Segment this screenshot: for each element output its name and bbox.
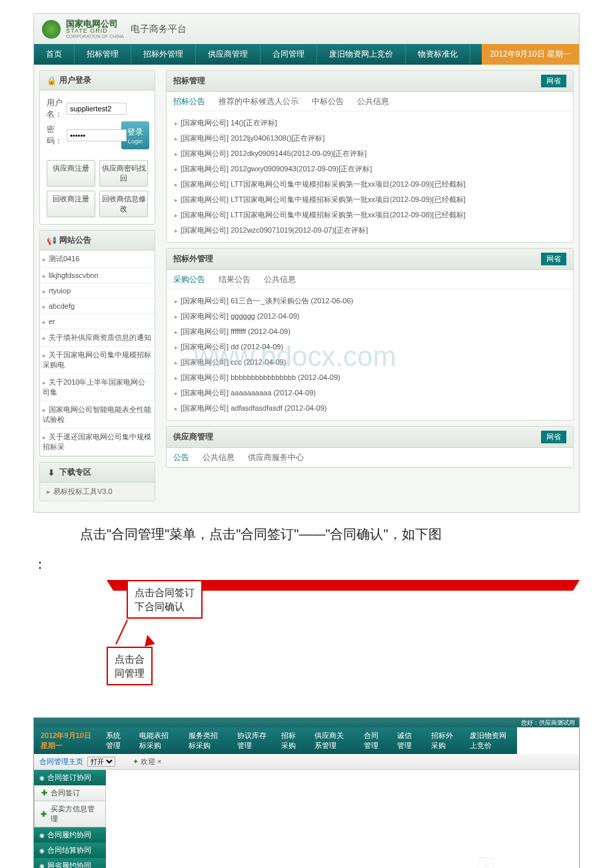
section3-tabs: 公告 公共信息 供应商服务中心 — [167, 448, 573, 467]
breadcrumb: 合同管理主页 打开 欢迎 × — [34, 754, 579, 770]
tree-category[interactable]: 合同结算协同 — [34, 843, 106, 858]
notice-item[interactable]: rtyuiop — [40, 283, 155, 299]
list-item[interactable]: [国家电网公司] 2012ljy04061308()[正在评标] — [173, 131, 566, 146]
section2-list: [国家电网公司] 61三合一_谈判采购公告 (2012-06-06)[国家电网公… — [167, 289, 573, 420]
menu-bid-mgmt[interactable]: 招标管理 — [75, 44, 131, 65]
section3-tag[interactable]: 网省 — [541, 431, 566, 443]
list-item[interactable]: [国家电网公司] 61三合一_谈判采购公告 (2012-06-06) — [173, 293, 566, 309]
notice-item[interactable]: 关于填补供应商资质信息的通知 — [40, 329, 155, 347]
top-menu: 首页 招标管理 招标外管理 供应商管理 合同管理 废旧物资网上竞价 物资标准化 … — [34, 44, 579, 65]
arrow-line — [115, 620, 128, 645]
list-item[interactable]: [国家电网公司] aaaaaaaaaa (2012-04-09) — [173, 385, 566, 401]
tab-public-info2[interactable]: 公共信息 — [264, 274, 296, 289]
supplier-pwretrieve-button[interactable]: 供应商密码找回 — [99, 160, 148, 187]
list-item[interactable]: [国家电网公司] LTT国家电网公司集中规模招标采购第一批xx项目(2012-0… — [173, 192, 566, 207]
list-item[interactable]: [国家电网公司] 2012wzc09071019(2012-09-07)[正在评… — [173, 223, 566, 238]
menu-system[interactable]: 系统管理 — [99, 727, 133, 754]
menu-service-bid[interactable]: 服务类招标采购 — [182, 727, 231, 754]
username-label: 用户名： — [47, 97, 67, 120]
list-item[interactable]: [国家电网公司] bbbbbbbbbbbbbbbb (2012-04-09) — [173, 370, 566, 385]
section2-tag[interactable]: 网省 — [541, 253, 566, 265]
menu-scrap-auction[interactable]: 废旧物资网上竞价 — [317, 44, 406, 65]
list-item[interactable]: [国家电网公司] LTT国家电网公司集中规模招标采购第一批xx项目(2012-0… — [173, 177, 566, 192]
menu-material-std[interactable]: 物资标准化 — [406, 44, 470, 65]
admin-app-window: 您好：供应商测试用 2012年9月10日 星期一 系统管理 电能表招标采购 服务… — [33, 717, 580, 868]
crumb-select[interactable]: 打开 — [87, 757, 115, 767]
tree-leaf[interactable]: ✚合同签订 — [34, 785, 106, 801]
menu-nonbid-purchase[interactable]: 招标外采购 — [424, 727, 463, 754]
tab-supplier-service[interactable]: 供应商服务中心 — [248, 452, 304, 467]
menu-credit[interactable]: 诚信管理 — [390, 727, 424, 754]
tree-category[interactable]: 合同履约协同 — [34, 827, 106, 843]
tab-award-notice[interactable]: 中标公告 — [312, 96, 344, 111]
notice-item[interactable]: er — [40, 314, 155, 329]
download-title: 下载专区 — [59, 467, 91, 478]
tab-bid-notice[interactable]: 招标公告 — [173, 96, 205, 111]
recycler-register-button[interactable]: 回收商注册 — [47, 191, 95, 217]
header: 国家电网公司 STATE GRID CORPORATION OF CHINA 电… — [34, 14, 579, 44]
notice-item[interactable]: 关于退还国家电网公司集中规模招标采 — [40, 429, 155, 456]
menu-contract-mgmt[interactable]: 合同管理 — [261, 44, 317, 65]
tree-category[interactable]: 合同签订协同 — [34, 770, 106, 785]
section1-tabs: 招标公告 推荐的中标候选人公示 中标公告 公共信息 — [167, 92, 573, 111]
notice-item[interactable]: abcdefg — [40, 299, 155, 314]
menu-supplier-rel[interactable]: 供应商关系管理 — [308, 727, 356, 754]
list-item[interactable]: [国家电网公司] dd (2012-04-09) — [173, 339, 566, 355]
pylon-icon — [439, 851, 539, 868]
list-item[interactable]: [国家电网公司] 2012dky09091445(2012-09-09)[正在评… — [173, 146, 566, 161]
tab-purchase-notice[interactable]: 采购公告 — [173, 274, 205, 289]
notice-item[interactable]: llkjhgfdsscvbnn — [40, 268, 155, 283]
notice-item[interactable]: 关于国家电网公司集中规模招标采购电 — [40, 347, 155, 374]
megaphone-icon: 📢 — [47, 236, 56, 245]
logo-icon — [42, 20, 61, 39]
tab-result-notice[interactable]: 结果公告 — [219, 274, 251, 289]
notice-item[interactable]: 国家电网公司智能电能表全性能试验检 — [40, 401, 155, 429]
menu-bid-purchase[interactable]: 招标采购 — [275, 727, 308, 754]
section2-tabs: 采购公告 结果公告 公共信息 — [167, 270, 573, 289]
admin-menu: 2012年9月10日 星期一 系统管理 电能表招标采购 服务类招标采购 协议库存… — [34, 727, 517, 754]
password-input[interactable] — [67, 129, 127, 141]
menu-nonbid-mgmt[interactable]: 招标外管理 — [131, 44, 196, 65]
list-item[interactable]: [国家电网公司] 2012gwxy09090943(2012-09-09)[正在… — [173, 161, 566, 177]
welcome-area: WELCOME 国家电网电子商务平 国家电网电子商务平台 — [106, 770, 579, 868]
supplier-register-button[interactable]: 供应商注册 — [47, 160, 95, 187]
tab-candidate-publicity[interactable]: 推荐的中标候选人公示 — [219, 96, 299, 111]
tab-notice[interactable]: 公告 — [173, 452, 189, 467]
section1-title: 招标管理 — [173, 75, 205, 87]
logo-text: 国家电网公司 STATE GRID CORPORATION OF CHINA — [66, 19, 124, 39]
notice-item[interactable]: 关于2010年上半年国家电网公司集 — [40, 374, 155, 401]
section2-title: 招标外管理 — [173, 253, 213, 265]
arrow-icon — [142, 633, 155, 647]
section1-tag[interactable]: 网省 — [541, 75, 566, 87]
username-input[interactable] — [67, 103, 127, 115]
notice-list: 测试0416llkjhgfdsscvbnnrtyuiopabcdefger关于填… — [40, 251, 155, 456]
menu-contract[interactable]: 合同管理 — [357, 727, 391, 754]
menu-protocol-stock[interactable]: 协议库存管理 — [231, 727, 275, 754]
list-item[interactable]: [国家电网公司] 14()[正在评标] — [173, 115, 566, 131]
list-item[interactable]: [国家电网公司] ffffffff (2012-04-09) — [173, 324, 566, 339]
notice-panel: 📢 网站公告 测试0416llkjhgfdsscvbnnrtyuiopabcde… — [39, 230, 155, 457]
menu-home[interactable]: 首页 — [34, 44, 75, 65]
list-item[interactable]: [国家电网公司] LTT国家电网公司集中规模招标采购第一批xx项目(2012-0… — [173, 207, 566, 223]
tab-public-info[interactable]: 公共信息 — [357, 96, 389, 111]
colon: ： — [33, 555, 580, 573]
crumb-home[interactable]: 合同管理主页 — [39, 757, 83, 767]
tree-category[interactable]: 网省履约协同 — [34, 858, 106, 868]
download-icon: ⬇ — [47, 468, 56, 477]
login-title: 用户登录 — [59, 75, 91, 86]
menu-scrap[interactable]: 废旧物资网上竞价 — [463, 727, 517, 754]
notice-item[interactable]: 测试0416 — [40, 251, 155, 268]
tab-public-info3[interactable]: 公共信息 — [203, 452, 235, 467]
recycler-edit-button[interactable]: 回收商信息修改 — [99, 191, 148, 217]
tree-leaf[interactable]: ✚买卖方信息管理 — [34, 801, 106, 827]
menu-supplier-mgmt[interactable]: 供应商管理 — [196, 44, 261, 65]
download-item[interactable]: 易标投标工具V3.0 — [40, 483, 155, 501]
menu-meter-bid[interactable]: 电能表招标采购 — [133, 727, 181, 754]
annotation-area: 点击合同签订 下合同确认 点击合 同管理 — [107, 580, 580, 713]
platform-title: 电子商务平台 — [131, 23, 187, 35]
list-item[interactable]: [国家电网公司] ccc (2012-04-09) — [173, 355, 566, 370]
list-item[interactable]: [国家电网公司] adfasdfasdfasdf (2012-04-09) — [173, 401, 566, 416]
welcome-tab[interactable]: 欢迎 × — [133, 757, 162, 767]
list-item[interactable]: [国家电网公司] gggggg (2012-04-09) — [173, 309, 566, 324]
top-date: 2012年9月10日 星期一 — [482, 44, 579, 65]
